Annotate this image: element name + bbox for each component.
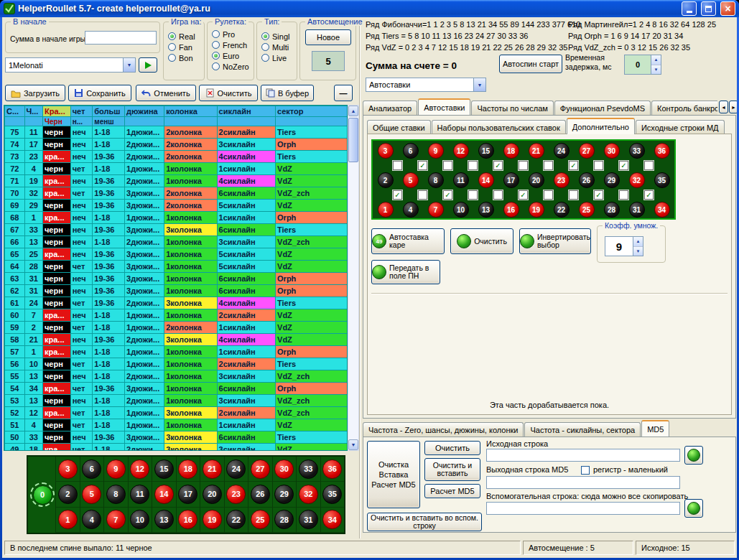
table-row[interactable]: 607кра...неч1-181дюжи...1колонка2сиклайн…	[5, 309, 348, 322]
table-row[interactable]: 5610чернчет1-181дюжи...1колонка2сиклайнT…	[5, 358, 348, 370]
table-row[interactable]: 7511черннеч1-181дюжи...2колонка2сиклайнT…	[5, 126, 348, 139]
bet-checkbox[interactable]	[443, 161, 452, 170]
bet-checkbox[interactable]	[393, 161, 402, 170]
bet-checkbox[interactable]	[594, 161, 603, 170]
bets-cell[interactable]: 31	[624, 200, 649, 219]
board-cell[interactable]: 25	[248, 508, 272, 533]
number-29[interactable]: 29	[274, 485, 294, 504]
tab-scroll-left-button[interactable]: ◄	[719, 101, 728, 113]
chevron-down-icon[interactable]: ▼	[123, 58, 135, 72]
bets-cell[interactable]: 29	[599, 171, 624, 190]
number-15[interactable]: 15	[478, 143, 494, 159]
bets-cell[interactable]: 2	[373, 171, 398, 190]
number-19[interactable]: 19	[529, 202, 544, 218]
board-cell[interactable]: 32	[296, 482, 320, 507]
number-35[interactable]: 35	[322, 485, 342, 504]
sub-tab-3[interactable]: Дополнительно	[567, 118, 635, 134]
number-14[interactable]: 14	[478, 172, 494, 188]
minimize-button[interactable]	[682, 1, 697, 16]
board-cell[interactable]: 35	[320, 482, 345, 507]
table-row[interactable]: 514чернчет1-181дюжи...1колонка1сиклайнVd…	[5, 419, 348, 431]
bet-checkbox[interactable]	[468, 161, 478, 170]
number-20[interactable]: 20	[529, 172, 544, 188]
bets-cell[interactable]: 32	[624, 171, 649, 190]
radio-nozero[interactable]: NoZero	[212, 61, 254, 72]
number-35[interactable]: 35	[654, 172, 670, 188]
bets-cell[interactable]: 26	[574, 171, 599, 190]
number-23[interactable]: 23	[554, 172, 570, 188]
play-button[interactable]	[139, 57, 157, 73]
bet-checkbox[interactable]: ✓	[443, 190, 452, 200]
number-33[interactable]: 33	[629, 143, 645, 159]
number-4[interactable]: 4	[82, 510, 101, 529]
number-13[interactable]: 13	[154, 510, 174, 529]
bets-cell[interactable]: 25	[574, 200, 599, 219]
bet-checkbox[interactable]: ✓	[493, 161, 503, 170]
number-27[interactable]: 27	[579, 143, 595, 159]
clear-bets-button[interactable]: Очистить	[450, 228, 513, 254]
number-34[interactable]: 34	[322, 510, 342, 529]
save-button[interactable]: Сохранить	[68, 85, 131, 101]
number-18[interactable]: 18	[503, 143, 519, 159]
bets-cell[interactable]: 13	[473, 200, 498, 219]
number-30[interactable]: 30	[274, 459, 294, 479]
bet-checkbox[interactable]	[644, 161, 654, 170]
bets-cell[interactable]: 21	[524, 141, 549, 160]
scroll-down-button[interactable]: ▼	[348, 439, 358, 450]
board-cell[interactable]: 22	[224, 508, 248, 533]
kare-button[interactable]: 49 Автоставка каре	[371, 228, 445, 254]
main-tab-1[interactable]: Анализатор	[363, 101, 417, 115]
bets-cell[interactable]: 36	[649, 141, 674, 160]
number-18[interactable]: 18	[178, 459, 197, 479]
number-32[interactable]: 32	[299, 485, 318, 504]
column-header[interactable]: сектор	[276, 106, 348, 117]
bets-cell[interactable]: 22	[549, 200, 574, 219]
bets-cell[interactable]: 33	[624, 141, 649, 160]
bet-checkbox[interactable]: ✓	[594, 190, 603, 200]
table-row[interactable]: 6613черннеч1-182дюжи...1колонка3сиклайнV…	[5, 236, 348, 248]
bottom-tab-2[interactable]: Частота - сиклайны, сектора	[524, 422, 641, 437]
main-tab-3[interactable]: Частоты по числам	[471, 101, 553, 115]
clear-button[interactable]: Очистить	[199, 85, 258, 101]
number-36[interactable]: 36	[654, 143, 670, 159]
spin-down-icon[interactable]: ▼	[633, 247, 643, 256]
board-cell[interactable]: 24	[224, 457, 248, 482]
number-21[interactable]: 21	[203, 459, 222, 479]
bet-checkbox[interactable]	[569, 190, 578, 200]
column-header[interactable]: Ч...	[24, 106, 42, 117]
bet-checkbox[interactable]	[468, 190, 478, 200]
sub-tab-1[interactable]: Общие ставки	[367, 120, 431, 134]
number-19[interactable]: 19	[203, 510, 222, 529]
board-cell[interactable]: 12	[128, 457, 152, 482]
bet-checkbox[interactable]	[544, 161, 553, 170]
scroll-thumb[interactable]	[348, 118, 358, 162]
board-cell[interactable]: 15	[152, 457, 176, 482]
number-8[interactable]: 8	[428, 172, 444, 188]
number-12[interactable]: 12	[130, 459, 149, 479]
bets-cell[interactable]: 18	[498, 141, 524, 160]
bet-checkbox[interactable]: ✓	[644, 190, 654, 200]
bets-cell[interactable]: 9	[423, 141, 448, 160]
table-row[interactable]: 6428чернчет19-363дюжи...1колонка5сиклайн…	[5, 261, 348, 273]
spin-down-icon[interactable]: ▼	[651, 65, 661, 75]
board-cell[interactable]: 9	[103, 457, 128, 482]
zero-cell[interactable]: 0	[30, 482, 55, 507]
number-33[interactable]: 33	[299, 459, 318, 479]
number-9[interactable]: 9	[428, 143, 444, 159]
table-row[interactable]: 592чернчет1-181дюжи...2колонка1сиклайнVd…	[5, 322, 348, 334]
bets-cell[interactable]: 7	[423, 200, 448, 219]
number-32[interactable]: 32	[629, 172, 645, 188]
number-10[interactable]: 10	[130, 510, 149, 529]
bets-cell[interactable]: 17	[498, 171, 524, 190]
number-3[interactable]: 3	[378, 143, 394, 159]
bets-cell[interactable]: 10	[448, 200, 473, 219]
board-cell[interactable]: 29	[272, 482, 297, 507]
table-row[interactable]: 6525кра...неч19-363дюжи...1колонка5сикла…	[5, 248, 348, 261]
bets-cell[interactable]: 16	[498, 200, 524, 219]
board-cell[interactable]: 6	[80, 457, 104, 482]
md5-source-action-button[interactable]	[684, 446, 703, 465]
board-cell[interactable]: 7	[103, 508, 128, 533]
autobets-combobox[interactable]: Автоставки ▼	[366, 78, 486, 92]
bet-checkbox[interactable]: ✓	[418, 161, 427, 170]
board-cell[interactable]: 3	[55, 457, 80, 482]
